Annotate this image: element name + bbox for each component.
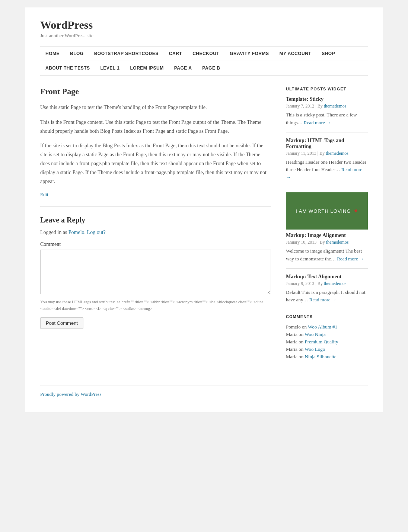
post-author-link[interactable]: themedemos xyxy=(326,240,349,245)
post-excerpt: This is a sticky post. There are a few t… xyxy=(286,111,368,127)
comment-post-link[interactable]: Premium Quality xyxy=(305,339,338,344)
footer-link[interactable]: Proudly powered by WordPress xyxy=(40,391,101,397)
ultimate-posts-widget-title: ULTIMATE POSTS WIDGET xyxy=(286,87,368,91)
nav-item-shop[interactable]: SHOP xyxy=(316,47,340,61)
nav-item-page-b[interactable]: PAGE B xyxy=(197,61,225,75)
edit-link[interactable]: Edit xyxy=(40,192,48,197)
comments-widget-title: COMMENTS xyxy=(286,314,368,319)
post-meta: January 10, 2013 | By themedemos xyxy=(286,240,368,245)
comment-post-link[interactable]: Ninja Silhouette xyxy=(305,354,337,359)
logged-in-user-link[interactable]: Pomelo xyxy=(68,230,85,235)
site-footer: Proudly powered by WordPress xyxy=(40,385,368,397)
post-title-link[interactable]: Markup: Text Alignment xyxy=(286,274,341,279)
nav-item-home[interactable]: HOME xyxy=(40,47,65,61)
page-title: Front Page xyxy=(40,87,271,96)
read-more-link[interactable]: Read more → xyxy=(337,256,364,262)
site-description: Just another WordPress site xyxy=(40,33,368,39)
post-author-link[interactable]: themedemos xyxy=(326,151,348,156)
comment-textarea[interactable] xyxy=(40,250,271,294)
page-paragraph: If the site is set to display the Blog P… xyxy=(40,141,271,186)
read-more-link[interactable]: Read more → xyxy=(286,167,362,180)
comment-section: Leave a Reply Logged in as Pomelo. Log o… xyxy=(40,216,271,329)
nav-row-2: ABOUT THE TESTSLEVEL 1LOREM IPSUMPAGE AP… xyxy=(40,61,368,75)
sidebar-post-item: Markup: Text AlignmentJanuary 9, 2013 | … xyxy=(286,274,368,304)
widget-divider xyxy=(286,187,368,187)
main-nav: HOMEBLOGBOOTSTRAP SHORTCODESCARTCHECKOUT… xyxy=(40,46,368,76)
comment-list-item: Pomelo on Woo Album #1 xyxy=(286,324,368,330)
post-title-link[interactable]: Markup: HTML Tags and Formatting xyxy=(286,138,344,149)
nav-item-my-account[interactable]: MY ACCOUNT xyxy=(274,47,317,61)
post-meta: January 11, 2013 | By themedemos xyxy=(286,151,368,156)
sidebar-comments: Pomelo on Woo Album #1Maria on Woo Ninja… xyxy=(286,324,368,360)
comment-list-item: Maria on Woo Ninja xyxy=(286,331,368,337)
comments-widget: COMMENTS Pomelo on Woo Album #1Maria on … xyxy=(286,314,368,360)
divider xyxy=(40,206,271,207)
post-meta: January 7, 2012 | By themedemos xyxy=(286,103,368,109)
leave-reply-title: Leave a Reply xyxy=(40,216,271,224)
nav-item-cart[interactable]: CART xyxy=(164,47,187,61)
nav-item-bootstrap-shortcodes[interactable]: BOOTSTRAP SHORTCODES xyxy=(89,47,164,61)
post-author-link[interactable]: themedemos xyxy=(324,103,347,109)
site-title[interactable]: WordPress xyxy=(40,19,93,31)
read-more-link[interactable]: Read more → xyxy=(304,120,331,125)
post-meta: January 9, 2013 | By themedemos xyxy=(286,281,368,286)
footer-text: Proudly powered by WordPress xyxy=(40,391,368,397)
comment-list-item: Maria on Premium Quality xyxy=(286,339,368,345)
comment-list-item: Maria on Ninja Silhouette xyxy=(286,354,368,360)
page-paragraph: This is the Front Page content. Use this… xyxy=(40,118,271,136)
nav-row-1: HOMEBLOGBOOTSTRAP SHORTCODESCARTCHECKOUT… xyxy=(40,47,368,61)
sidebar-post-item: Template: StickyJanuary 7, 2012 | By the… xyxy=(286,96,368,127)
site-header: WordPress Just another WordPress site xyxy=(40,19,368,39)
post-title-link[interactable]: Markup: Image Alignment xyxy=(286,233,346,238)
ultimate-posts-widget: ULTIMATE POSTS WIDGET Template: StickyJa… xyxy=(286,87,368,304)
post-author-link[interactable]: themedemos xyxy=(324,281,347,286)
nav-item-checkout[interactable]: CHECKOUT xyxy=(187,47,224,61)
post-title-link[interactable]: Template: Sticky xyxy=(286,96,323,102)
widget-divider xyxy=(286,268,368,269)
nav-item-level-1[interactable]: LEVEL 1 xyxy=(95,61,125,75)
page-paragraph: Use this static Page to test the Theme's… xyxy=(40,103,271,112)
sidebar: ULTIMATE POSTS WIDGET Template: StickyJa… xyxy=(286,87,368,370)
logged-in-text: Logged in as Pomelo. Log out? xyxy=(40,230,271,235)
nav-item-about-the-tests[interactable]: ABOUT THE TESTS xyxy=(40,61,95,75)
sidebar-post-item: I AM WORTH LOVING ♥Markup: Image Alignme… xyxy=(286,192,368,263)
post-excerpt: Default This is a paragraph. It should n… xyxy=(286,289,368,304)
post-comment-button[interactable]: Post Comment xyxy=(40,317,83,329)
content-area: Front Page Use this static Page to test … xyxy=(40,87,368,370)
page-body: Use this static Page to test the Theme's… xyxy=(40,103,271,186)
comment-post-link[interactable]: Woo Ninja xyxy=(305,331,325,337)
comment-post-link[interactable]: Woo Album #1 xyxy=(308,324,337,330)
nav-item-page-a[interactable]: PAGE A xyxy=(169,61,197,75)
nav-item-lorem-ipsum[interactable]: LOREM IPSUM xyxy=(125,61,169,75)
logout-link[interactable]: Log out? xyxy=(87,230,106,235)
article: Front Page Use this static Page to test … xyxy=(40,87,271,198)
widget-divider xyxy=(286,132,368,132)
post-excerpt: Welcome to image alignment! The best way… xyxy=(286,247,368,263)
post-excerpt: Headings Header one Header two Header th… xyxy=(286,158,368,182)
post-thumbnail: I AM WORTH LOVING ♥ xyxy=(286,192,368,230)
main-content: Front Page Use this static Page to test … xyxy=(40,87,271,370)
sidebar-posts: Template: StickyJanuary 7, 2012 | By the… xyxy=(286,96,368,304)
comment-post-link[interactable]: Woo Logo xyxy=(305,346,325,352)
nav-item-blog[interactable]: BLOG xyxy=(65,47,89,61)
allowed-tags: You may use these HTML tags and attribut… xyxy=(40,299,271,312)
comment-list-item: Maria on Woo Logo xyxy=(286,346,368,352)
sidebar-post-item: Markup: HTML Tags and FormattingJanuary … xyxy=(286,138,368,182)
comment-label: Comment xyxy=(40,241,271,247)
nav-item-gravity-forms[interactable]: GRAVITY FORMS xyxy=(224,47,274,61)
read-more-link[interactable]: Read more → xyxy=(309,297,337,302)
